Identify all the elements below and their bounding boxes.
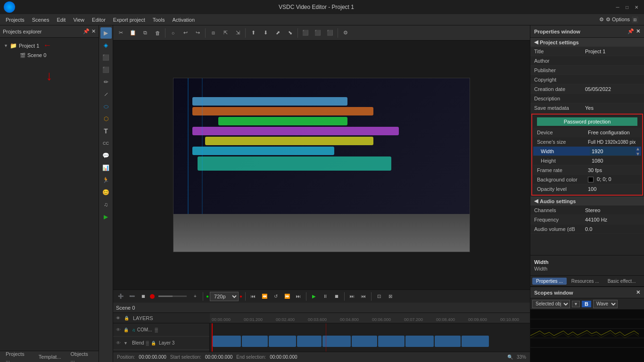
loop-button[interactable]: ↺ <box>271 292 281 301</box>
marker-button[interactable]: ⬛ <box>324 27 336 39</box>
rectangle-tool-button[interactable]: ⬛ <box>100 52 112 63</box>
project-settings-section[interactable]: ◀ Project settings <box>530 38 644 47</box>
width-row[interactable]: Width ▲▼ <box>533 147 641 156</box>
ff-button[interactable]: ⏭ <box>347 292 357 301</box>
go-end-button[interactable]: ⏭ <box>294 292 303 301</box>
menu-export[interactable]: Export project <box>109 16 149 24</box>
menu-editor[interactable]: Editor <box>88 16 109 24</box>
audio-lock-button[interactable]: ⊠ <box>386 292 395 301</box>
move-up-button[interactable]: ⬆ <box>248 27 259 39</box>
tab-basic-effect[interactable]: Basic effect... <box>604 278 640 285</box>
delete-button[interactable]: 🗑 <box>152 27 163 39</box>
align-tl-button[interactable]: ⇱ <box>220 27 231 39</box>
clip-7[interactable] <box>378 336 405 347</box>
animation-tool-button[interactable]: 🏃 <box>100 174 112 186</box>
video-tool-button[interactable]: ▶ <box>100 211 112 222</box>
audio-settings-section[interactable]: ◀ Audio settings <box>530 197 644 206</box>
close-button[interactable]: ✕ <box>633 3 640 11</box>
cut-button[interactable]: ✂ <box>115 27 126 39</box>
transport-stop-button[interactable]: ⏹ <box>139 292 148 301</box>
circle-button[interactable]: ○ <box>167 27 179 39</box>
selected-object-select[interactable]: Selected object <box>532 300 570 308</box>
go-start-button[interactable]: ⏮ <box>248 292 258 301</box>
settings-button[interactable]: ⚙ <box>340 27 351 39</box>
wave-select[interactable]: Wave <box>593 300 618 308</box>
emoji-tool-button[interactable]: 😊 <box>100 187 112 198</box>
step-fwd-button[interactable]: ⏩ <box>282 292 292 301</box>
options-button[interactable]: ⚙ ⚙ Options ⊞ <box>595 16 642 24</box>
draw-tool-button[interactable]: ⬛ <box>100 64 112 75</box>
tab-objects[interactable]: Objects ... <box>67 350 97 362</box>
scopes-close-icon[interactable]: ✕ <box>636 289 640 296</box>
clip-8[interactable] <box>405 336 434 347</box>
menu-tools[interactable]: Tools <box>149 16 169 24</box>
chart-tool-button[interactable]: 📊 <box>100 162 112 173</box>
track-2-expand[interactable]: ▼ <box>124 341 130 346</box>
width-input[interactable] <box>590 147 636 156</box>
pause-button[interactable]: ⏸ <box>321 292 330 301</box>
rr-button[interactable]: ⏮ <box>359 292 368 301</box>
move-down-button[interactable]: ⬇ <box>260 27 271 39</box>
transport-add-button[interactable]: ➕ <box>116 292 125 301</box>
clip-3[interactable] <box>269 336 296 347</box>
menu-scenes[interactable]: Scenes <box>28 16 53 24</box>
maximize-button[interactable]: □ <box>623 3 631 11</box>
fit-button[interactable]: ⧈ <box>207 27 219 39</box>
project-item[interactable]: ▼ 📁 Project 1 ← <box>2 40 97 51</box>
width-spin-up[interactable]: ▲▼ <box>636 146 640 156</box>
redo-button[interactable]: ↪ <box>192 27 203 39</box>
scene-item[interactable]: 🎬 Scene 0 <box>2 51 97 59</box>
text-tool-button[interactable]: T <box>100 125 112 137</box>
subtitle-tool-button[interactable]: CC <box>100 138 112 149</box>
password-protection-button[interactable]: Password protection <box>537 117 637 126</box>
pin-icon[interactable]: 📌 <box>83 28 90 34</box>
select-tool-button[interactable]: ▶ <box>100 27 112 39</box>
dropdown-arrow[interactable]: ▼ <box>572 301 580 307</box>
minimize-button[interactable]: ─ <box>614 3 621 11</box>
undo-button[interactable]: ↩ <box>180 27 191 39</box>
tab-properties[interactable]: Properties ... <box>532 278 567 285</box>
explorer-close-icon[interactable]: ✕ <box>91 28 96 34</box>
menu-view[interactable]: View <box>69 16 88 24</box>
align-tr-button[interactable]: ⇲ <box>232 27 243 39</box>
clip-9[interactable] <box>435 336 461 347</box>
clip-6[interactable] <box>352 336 377 347</box>
b-button[interactable]: B <box>582 301 591 307</box>
clip-1[interactable] <box>213 336 241 347</box>
bg-color-swatch[interactable] <box>588 177 594 182</box>
tab-resources[interactable]: Resources ... <box>568 278 603 285</box>
menu-projects[interactable]: Projects <box>2 16 28 24</box>
quality-select[interactable]: 720p 1080p 480p <box>210 292 239 301</box>
transport-minus-button[interactable]: ➖ <box>127 292 137 301</box>
line-tool-button[interactable]: ─ <box>99 86 113 102</box>
clip-4[interactable] <box>297 336 322 347</box>
menu-activation[interactable]: Activation <box>168 16 198 24</box>
shape-tool-button[interactable]: ◈ <box>100 40 112 51</box>
props-close-icon[interactable]: ✕ <box>636 28 640 34</box>
track-2-eye[interactable]: 👁 <box>115 340 122 346</box>
audio-tool-button[interactable]: ♫ <box>100 199 112 210</box>
step-back-button[interactable]: ⏪ <box>260 292 269 301</box>
menu-edit[interactable]: Edit <box>53 16 69 24</box>
props-pin-icon[interactable]: 📌 <box>627 28 634 34</box>
snap-button[interactable]: ⬛ <box>300 27 311 39</box>
play-button[interactable]: ▶ <box>309 292 319 301</box>
clip-5[interactable] <box>322 336 351 347</box>
duplicate-button[interactable]: ⧉ <box>140 27 151 39</box>
tab-projects[interactable]: Projects ... <box>2 350 33 362</box>
move-top-button[interactable]: ⬈ <box>272 27 283 39</box>
ellipse-tool-button[interactable]: ⬭ <box>100 101 112 112</box>
volume-slider[interactable] <box>158 296 187 297</box>
track-1-eye[interactable]: 👁 <box>115 327 122 333</box>
copy-button[interactable]: 📋 <box>127 27 139 39</box>
callout-tool-button[interactable]: 💬 <box>100 150 112 161</box>
audio-snap-button[interactable]: ⊡ <box>374 292 384 301</box>
stop-media-button[interactable]: ⏹ <box>332 292 341 301</box>
track-1-lock[interactable]: 🔒 <box>124 328 130 332</box>
polygon-tool-button[interactable]: ⬡ <box>100 113 112 124</box>
clip-10[interactable] <box>462 336 489 347</box>
grid-button[interactable]: ⬛ <box>312 27 323 39</box>
zoom-in-button[interactable]: + <box>190 292 200 301</box>
move-bottom-button[interactable]: ⬊ <box>284 27 296 39</box>
clip-2[interactable] <box>242 336 268 347</box>
